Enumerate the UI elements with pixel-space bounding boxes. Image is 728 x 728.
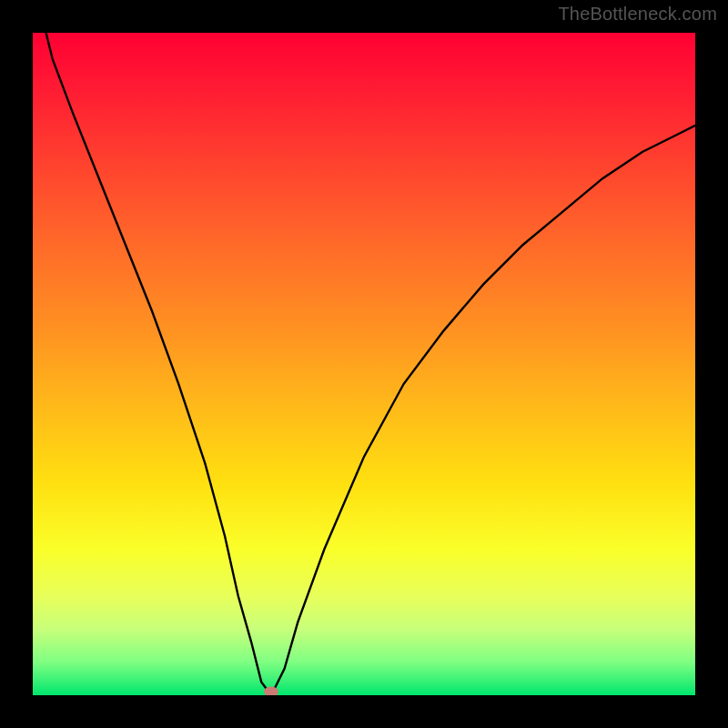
watermark-text: TheBottleneck.com <box>558 4 717 25</box>
curve-path <box>39 33 695 695</box>
chart-plot-area <box>33 33 695 695</box>
bottleneck-curve <box>33 33 695 695</box>
optimal-point-marker <box>264 687 278 695</box>
